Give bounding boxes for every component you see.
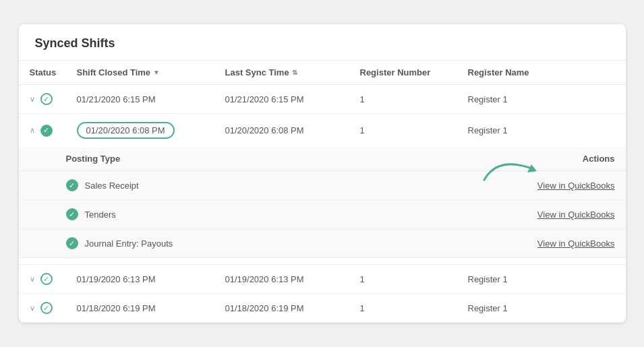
posting-label-1: Sales Receipt — [85, 181, 139, 191]
posting-row-sales-receipt: ✓ Sales Receipt View in QuickBooks — [19, 171, 626, 200]
posting-left-2: ✓ Tenders — [66, 208, 341, 220]
register-name-2: Register 1 — [468, 125, 615, 135]
posting-row-journal-entry: ✓ Journal Entry: Payouts View in QuickBo… — [19, 229, 626, 257]
col-register-name: Register Name — [468, 67, 615, 77]
posting-status-icon-3: ✓ — [66, 237, 78, 249]
shift-row-4: ∨ ✓ 01/18/2020 6:19 PM 01/18/2020 6:19 P… — [19, 294, 626, 323]
sync-time-4: 01/18/2020 6:19 PM — [225, 303, 360, 313]
shift-row-1: ∨ ✓ 01/21/2020 6:15 PM 01/21/2020 6:15 P… — [19, 85, 626, 114]
register-number-4: 1 — [360, 303, 468, 313]
status-icon-2: ✓ — [40, 125, 53, 137]
posting-label-3: Journal Entry: Payouts — [85, 239, 173, 249]
table-header: Status Shift Closed Time ▼ Last Sync Tim… — [19, 61, 626, 85]
sort-desc-icon: ▼ — [153, 69, 160, 76]
card-header: Synced Shifts — [19, 24, 626, 61]
synced-shifts-card: Synced Shifts Status Shift Closed Time ▼… — [19, 24, 626, 323]
expanded-section: Posting Type Actions ✓ Sales Receipt Vie… — [19, 147, 626, 258]
highlighted-time-2: 01/20/2020 6:08 PM — [77, 122, 175, 139]
chevron-up-icon-2[interactable]: ∧ — [30, 126, 35, 135]
posting-left-1: ✓ Sales Receipt — [66, 179, 341, 191]
shift-time-1: 01/21/2020 6:15 PM — [77, 94, 225, 104]
posting-right-2[interactable]: View in QuickBooks — [341, 208, 615, 220]
shift-time-3: 01/19/2020 6:13 PM — [77, 274, 225, 284]
posting-label-2: Tenders — [85, 210, 116, 220]
posting-status-icon-1: ✓ — [66, 179, 78, 191]
status-cell-4: ∨ ✓ — [30, 302, 77, 314]
posting-row-tenders: ✓ Tenders View in QuickBooks — [19, 200, 626, 229]
status-cell-3: ∨ ✓ — [30, 273, 77, 285]
posting-left-3: ✓ Journal Entry: Payouts — [66, 237, 341, 249]
shift-time-2: 01/20/2020 6:08 PM — [77, 122, 225, 139]
shift-row-2: ∧ ✓ 01/20/2020 6:08 PM 01/20/2020 6:08 P… — [19, 114, 626, 147]
chevron-down-icon-1[interactable]: ∨ — [30, 95, 35, 104]
col-status: Status — [30, 67, 77, 77]
col-shift-closed-time[interactable]: Shift Closed Time ▼ — [77, 67, 225, 77]
chevron-down-icon-4[interactable]: ∨ — [30, 304, 35, 313]
shift-row-3: ∨ ✓ 01/19/2020 6:13 PM 01/19/2020 6:13 P… — [19, 265, 626, 294]
status-icon-1: ✓ — [40, 93, 53, 105]
register-name-4: Register 1 — [468, 303, 615, 313]
register-name-3: Register 1 — [468, 274, 615, 284]
register-number-2: 1 — [360, 125, 468, 135]
register-number-3: 1 — [360, 274, 468, 284]
arrow-annotation — [477, 150, 545, 189]
view-in-quickbooks-link-1[interactable]: View in QuickBooks — [537, 181, 615, 191]
view-in-quickbooks-link-2[interactable]: View in QuickBooks — [537, 210, 615, 220]
status-icon-4: ✓ — [40, 302, 53, 314]
posting-status-icon-2: ✓ — [66, 208, 78, 220]
posting-type-label: Posting Type — [66, 154, 341, 164]
posting-right-3[interactable]: View in QuickBooks — [341, 237, 615, 249]
spacer — [19, 258, 626, 265]
sync-time-1: 01/21/2020 6:15 PM — [225, 94, 360, 104]
status-icon-3: ✓ — [40, 273, 53, 285]
shift-time-4: 01/18/2020 6:19 PM — [77, 303, 225, 313]
status-cell-2: ∧ ✓ — [30, 125, 77, 137]
col-register-number: Register Number — [360, 67, 468, 77]
register-number-1: 1 — [360, 94, 468, 104]
col-last-sync-time[interactable]: Last Sync Time ⇅ — [225, 67, 360, 77]
sort-asc-icon: ⇅ — [292, 69, 297, 76]
register-name-1: Register 1 — [468, 94, 615, 104]
sync-time-2: 01/20/2020 6:08 PM — [225, 125, 360, 135]
status-cell-1: ∨ ✓ — [30, 93, 77, 105]
sync-time-3: 01/19/2020 6:13 PM — [225, 274, 360, 284]
card-title: Synced Shifts — [35, 36, 115, 50]
chevron-down-icon-3[interactable]: ∨ — [30, 275, 35, 284]
view-in-quickbooks-link-3[interactable]: View in QuickBooks — [537, 239, 615, 249]
